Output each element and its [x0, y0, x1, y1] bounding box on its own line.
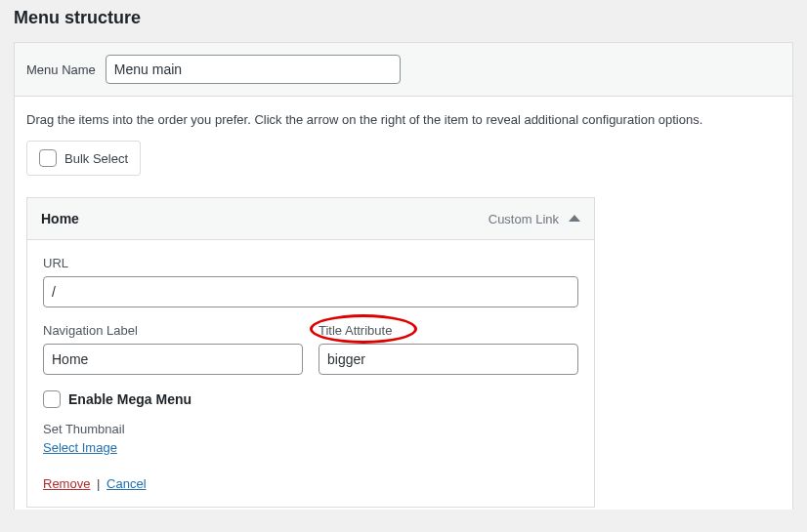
enable-mega-menu-label: Enable Mega Menu [68, 391, 191, 407]
section-title: Menu structure [14, 0, 793, 42]
menu-structure-box: Menu Name Drag the items into the order … [14, 42, 793, 510]
helper-text: Drag the items into the order you prefer… [26, 112, 781, 127]
enable-mega-menu-row[interactable]: Enable Mega Menu [43, 390, 578, 408]
nav-label-input[interactable] [43, 344, 303, 375]
bulk-select-label: Bulk Select [64, 151, 128, 166]
url-input[interactable] [43, 276, 578, 307]
select-image-link[interactable]: Select Image [43, 440, 117, 455]
url-label: URL [43, 256, 578, 270]
menu-item-type-label: Custom Link [488, 212, 559, 226]
menu-body: Drag the items into the order you prefer… [15, 97, 792, 510]
nav-label-label: Navigation Label [43, 323, 303, 338]
menu-item-title: Home [41, 211, 79, 226]
cancel-link[interactable]: Cancel [106, 476, 146, 491]
menu-item-settings: URL Navigation Label Title Attribute [27, 240, 594, 507]
bulk-select-checkbox[interactable] [39, 149, 57, 167]
set-thumbnail-label: Set Thumbnail [43, 422, 578, 436]
title-attribute-label: Title Attribute [319, 323, 578, 338]
bulk-select-toggle[interactable]: Bulk Select [26, 141, 141, 176]
chevron-up-icon[interactable] [569, 215, 580, 222]
remove-link[interactable]: Remove [43, 476, 90, 491]
enable-mega-menu-checkbox[interactable] [43, 390, 61, 408]
menu-name-input[interactable] [106, 55, 401, 84]
title-attribute-input[interactable] [319, 344, 578, 375]
menu-name-label: Menu Name [26, 62, 96, 77]
menu-item-header[interactable]: Home Custom Link [27, 198, 594, 240]
menu-item: Home Custom Link URL Navigation Label [26, 197, 595, 508]
menu-name-row: Menu Name [15, 43, 792, 97]
action-separator: | [97, 476, 100, 491]
